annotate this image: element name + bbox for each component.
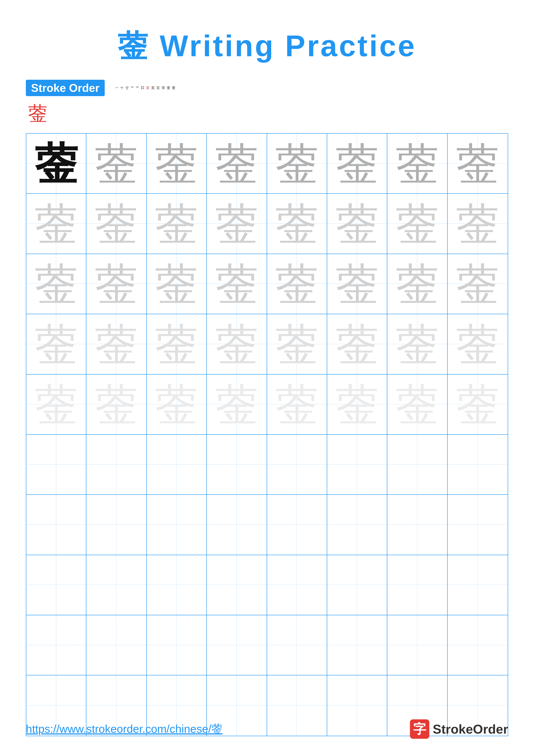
grid-cell-2-6[interactable]: 蓥 — [327, 194, 387, 254]
grid-cell-6-2[interactable] — [87, 435, 146, 495]
grid-cell-9-2[interactable] — [87, 615, 146, 675]
grid-cell-3-3[interactable]: 蓥 — [147, 254, 207, 314]
grid-cell-3-7[interactable]: 蓥 — [387, 254, 447, 314]
grid-cell-3-2[interactable]: 蓥 — [87, 254, 146, 314]
practice-char: 蓥 — [35, 142, 78, 185]
practice-char: 蓥 — [456, 142, 499, 185]
grid-cell-4-4[interactable]: 蓥 — [207, 314, 267, 374]
grid-cell-8-3[interactable] — [147, 555, 207, 615]
grid-cell-6-4[interactable] — [207, 435, 267, 495]
grid-cell-1-8[interactable]: 蓥 — [447, 134, 508, 194]
grid-cell-4-8[interactable]: 蓥 — [447, 314, 508, 374]
grid-cell-3-4[interactable]: 蓥 — [207, 254, 267, 314]
grid-cell-5-4[interactable]: 蓥 — [207, 375, 267, 435]
grid-cell-1-7[interactable]: 蓥 — [387, 134, 447, 194]
grid-cell-1-4[interactable]: 蓥 — [207, 134, 267, 194]
grid-cell-8-5[interactable] — [267, 555, 327, 615]
grid-row-6 — [26, 435, 508, 495]
stroke-8: 英 — [151, 86, 155, 90]
footer-logo: 字 StrokeOrder — [410, 719, 508, 739]
grid-cell-5-5[interactable]: 蓥 — [267, 375, 327, 435]
grid-cell-7-1[interactable] — [26, 495, 87, 555]
grid-cell-6-6[interactable] — [327, 435, 387, 495]
grid-cell-4-5[interactable]: 蓥 — [267, 314, 327, 374]
practice-char: 蓥 — [336, 142, 379, 185]
grid-cell-1-1[interactable]: 蓥 — [26, 134, 87, 194]
grid-cell-4-2[interactable]: 蓥 — [87, 314, 146, 374]
grid-cell-6-3[interactable] — [147, 435, 207, 495]
grid-cell-2-7[interactable]: 蓥 — [387, 194, 447, 254]
footer-url[interactable]: https://www.strokeorder.com/chinese/蓥 — [26, 721, 222, 737]
grid-cell-7-4[interactable] — [207, 495, 267, 555]
grid-cell-7-8[interactable] — [447, 495, 508, 555]
grid-cell-3-6[interactable]: 蓥 — [327, 254, 387, 314]
grid-cell-2-4[interactable]: 蓥 — [207, 194, 267, 254]
grid-cell-3-8[interactable]: 蓥 — [447, 254, 508, 314]
grid-cell-7-5[interactable] — [267, 495, 327, 555]
grid-cell-9-5[interactable] — [267, 615, 327, 675]
grid-cell-2-1[interactable]: 蓥 — [26, 194, 87, 254]
grid-cell-3-5[interactable]: 蓥 — [267, 254, 327, 314]
grid-cell-5-7[interactable]: 蓥 — [387, 375, 447, 435]
title-text: Writing Practice — [160, 29, 416, 63]
practice-grid[interactable]: 蓥 蓥 蓥 蓥 蓥 蓥 蓥 蓥 蓥 — [26, 133, 508, 736]
grid-cell-2-5[interactable]: 蓥 — [267, 194, 327, 254]
practice-char: 蓥 — [155, 142, 198, 185]
grid-cell-8-6[interactable] — [327, 555, 387, 615]
footer: https://www.strokeorder.com/chinese/蓥 字 … — [26, 719, 508, 739]
stroke-10: 荥 — [162, 86, 165, 90]
grid-cell-2-3[interactable]: 蓥 — [147, 194, 207, 254]
grid-cell-9-3[interactable] — [147, 615, 207, 675]
grid-cell-9-8[interactable] — [447, 615, 508, 675]
stroke-order-row: Stroke Order 一 十 廿 艹 艹 茻 英 英 茥 荥 蓥 蓥 — [26, 80, 175, 96]
grid-cell-4-6[interactable]: 蓥 — [327, 314, 387, 374]
grid-cell-6-1[interactable] — [26, 435, 87, 495]
practice-char: 蓥 — [275, 142, 318, 185]
grid-cell-7-3[interactable] — [147, 495, 207, 555]
grid-cell-1-6[interactable]: 蓥 — [327, 134, 387, 194]
practice-char: 蓥 — [396, 142, 439, 185]
grid-cell-8-2[interactable] — [87, 555, 146, 615]
grid-cell-2-2[interactable]: 蓥 — [87, 194, 146, 254]
strokeorder-icon: 字 — [410, 719, 429, 739]
grid-cell-5-1[interactable]: 蓥 — [26, 375, 87, 435]
grid-cell-8-1[interactable] — [26, 555, 87, 615]
grid-row-4: 蓥 蓥 蓥 蓥 蓥 蓥 蓥 蓥 — [26, 314, 508, 374]
grid-cell-9-4[interactable] — [207, 615, 267, 675]
page-title: 蓥 Writing Practice — [26, 26, 508, 67]
grid-cell-7-2[interactable] — [87, 495, 146, 555]
stroke-order-badge: Stroke Order — [26, 80, 105, 96]
grid-cell-3-1[interactable]: 蓥 — [26, 254, 87, 314]
grid-cell-7-6[interactable] — [327, 495, 387, 555]
stroke-11: 蓥 — [167, 86, 170, 90]
grid-cell-1-5[interactable]: 蓥 — [267, 134, 327, 194]
grid-row-8 — [26, 555, 508, 615]
grid-cell-8-4[interactable] — [207, 555, 267, 615]
grid-cell-9-6[interactable] — [327, 615, 387, 675]
grid-row-5: 蓥 蓥 蓥 蓥 蓥 蓥 蓥 蓥 — [26, 375, 508, 435]
grid-cell-6-5[interactable] — [267, 435, 327, 495]
grid-cell-7-7[interactable] — [387, 495, 447, 555]
grid-cell-6-7[interactable] — [387, 435, 447, 495]
grid-row-9 — [26, 615, 508, 675]
grid-cell-8-7[interactable] — [387, 555, 447, 615]
grid-cell-5-3[interactable]: 蓥 — [147, 375, 207, 435]
grid-cell-4-3[interactable]: 蓥 — [147, 314, 207, 374]
grid-cell-5-8[interactable]: 蓥 — [447, 375, 508, 435]
grid-cell-4-7[interactable]: 蓥 — [387, 314, 447, 374]
grid-row-2: 蓥 蓥 蓥 蓥 蓥 蓥 蓥 蓥 — [26, 194, 508, 254]
stroke-2: 十 — [120, 86, 124, 90]
grid-cell-9-7[interactable] — [387, 615, 447, 675]
grid-cell-5-6[interactable]: 蓥 — [327, 375, 387, 435]
grid-cell-9-1[interactable] — [26, 615, 87, 675]
stroke-12: 蓥 — [172, 86, 175, 90]
stroke-char-below: 蓥 — [26, 100, 508, 127]
grid-cell-2-8[interactable]: 蓥 — [447, 194, 508, 254]
grid-cell-8-8[interactable] — [447, 555, 508, 615]
stroke-5: 艹 — [136, 86, 139, 90]
grid-cell-1-3[interactable]: 蓥 — [147, 134, 207, 194]
grid-cell-6-8[interactable] — [447, 435, 508, 495]
grid-cell-4-1[interactable]: 蓥 — [26, 314, 87, 374]
grid-cell-5-2[interactable]: 蓥 — [87, 375, 146, 435]
grid-cell-1-2[interactable]: 蓥 — [87, 134, 146, 194]
